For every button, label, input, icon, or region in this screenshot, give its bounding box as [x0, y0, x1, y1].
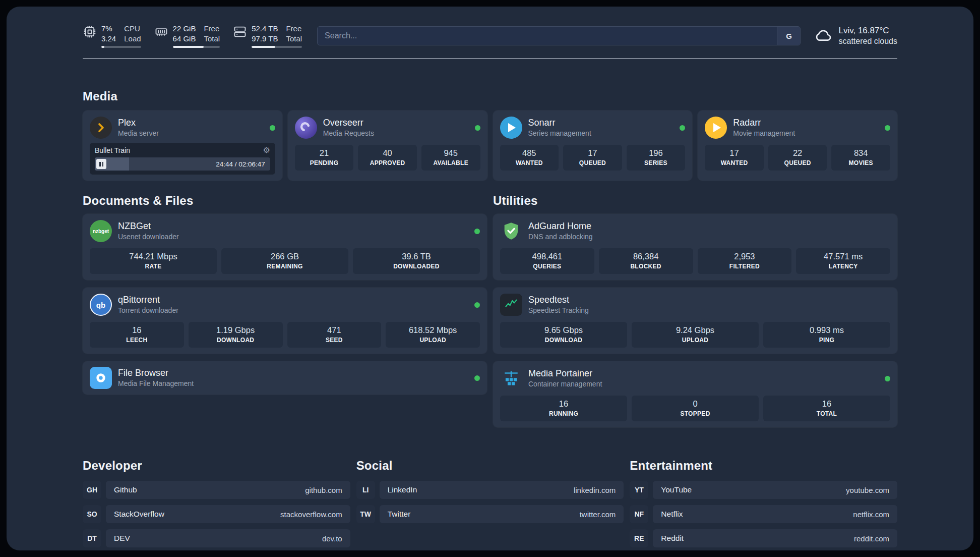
bookmark-github[interactable]: GH Github github.com — [83, 481, 350, 499]
stat-label: QUERIES — [502, 263, 592, 270]
app-subtitle: Container management — [528, 380, 602, 388]
app-subtitle: Usenet downloader — [118, 233, 179, 241]
stat-tile: 86,384 BLOCKED — [599, 248, 693, 274]
ram-free-label: Free — [204, 24, 220, 34]
stat-tile: 618.52 Mbps UPLOAD — [386, 322, 480, 348]
stat-tile: 9.65 Gbps DOWNLOAD — [500, 322, 627, 348]
nzbget-card[interactable]: nzbget NZBGet Usenet downloader 744.21 M… — [83, 214, 487, 280]
speedtest-card[interactable]: Speedtest Speedtest Tracking 9.65 Gbps D… — [493, 288, 897, 354]
app-name: AdGuard Home — [528, 221, 593, 232]
app-subtitle: Media Requests — [323, 129, 374, 138]
stat-label: LATENCY — [798, 263, 888, 270]
bookmark-twitter[interactable]: TW Twitter twitter.com — [356, 505, 624, 523]
pause-button[interactable] — [96, 159, 106, 169]
stat-label: PING — [765, 337, 888, 344]
radarr-card[interactable]: Radarr Movie management 17 WANTED 22 QUE… — [698, 110, 897, 181]
stat-value: 9.65 Gbps — [502, 325, 625, 335]
playback-progress-bar[interactable]: 24:44 / 02:06:47 — [95, 157, 270, 171]
filebrowser-icon — [90, 367, 112, 389]
adguard-card[interactable]: AdGuard Home DNS and adblocking 498,461 … — [493, 214, 897, 280]
ram-total-value: 64 GiB — [173, 34, 196, 44]
bookmark-abbr: RE — [630, 529, 648, 547]
stat-label: QUEUED — [565, 159, 620, 166]
bookmark-linkedin[interactable]: LI LinkedIn linkedin.com — [356, 481, 624, 499]
developer-bookmarks: Developer GH Github github.com SO StackO… — [83, 459, 350, 547]
overseerr-card[interactable]: Overseerr Media Requests 21 PENDING 40 A… — [288, 110, 487, 181]
plex-card[interactable]: Plex Media server Bullet Train ⚙ 24:44 /… — [83, 110, 282, 181]
stat-value: 498,461 — [502, 252, 592, 261]
bookmark-abbr: DT — [83, 529, 101, 547]
portainer-card[interactable]: Media Portainer Container management 16 … — [493, 361, 897, 427]
bookmark-url: reddit.com — [854, 534, 889, 543]
bookmark-abbr: GH — [83, 481, 101, 499]
stat-value: 17 — [565, 148, 620, 158]
social-section-heading: Social — [356, 459, 624, 473]
app-subtitle: Movie management — [733, 129, 795, 138]
documents-section-heading: Documents & Files — [83, 194, 487, 208]
stat-tile: 21 PENDING — [295, 145, 354, 171]
bookmark-name: YouTube — [661, 485, 692, 494]
weather-widget: Lviv, 16.87°C scattered clouds — [814, 25, 897, 47]
stat-tile: 0 STOPPED — [632, 396, 759, 421]
bookmark-name: Reddit — [661, 534, 684, 543]
utilities-section-heading: Utilities — [493, 194, 897, 208]
stat-label: DOWNLOAD — [191, 337, 281, 344]
app-name: qBittorrent — [118, 295, 178, 306]
bookmark-reddit[interactable]: RE Reddit reddit.com — [630, 529, 897, 547]
stat-tile: 744.21 Mbps RATE — [90, 248, 217, 274]
stat-value: 0 — [634, 399, 757, 409]
stat-label: RUNNING — [502, 410, 625, 417]
stat-tile: 266 GB REMAINING — [221, 248, 348, 274]
stat-label: PENDING — [297, 159, 352, 166]
bookmark-dev[interactable]: DT DEV dev.to — [83, 529, 350, 547]
status-dot — [474, 375, 480, 381]
stat-label: BLOCKED — [601, 263, 691, 270]
bookmark-abbr: LI — [356, 481, 375, 499]
google-search-button[interactable]: G — [777, 27, 800, 45]
app-subtitle: Media File Management — [118, 379, 194, 388]
documents-column: Documents & Files nzbget NZBGet Usenet d… — [83, 194, 487, 395]
stat-value: 266 GB — [223, 252, 346, 261]
cpu-widget: 7% 3.24 CPU Load — [83, 24, 141, 48]
status-dot — [885, 125, 890, 131]
stat-value: 834 — [833, 148, 888, 158]
stat-value: 39.6 TB — [355, 252, 478, 261]
ram-icon — [154, 25, 168, 39]
sonarr-card[interactable]: Sonarr Series management 485 WANTED 17 Q… — [493, 110, 693, 181]
bookmark-netflix[interactable]: NF Netflix netflix.com — [630, 505, 897, 523]
app-name: NZBGet — [118, 221, 179, 232]
search-input[interactable] — [318, 27, 777, 45]
stat-tile: 39.6 TB DOWNLOADED — [353, 248, 480, 274]
stat-tile: 16 TOTAL — [763, 396, 890, 421]
ram-progress-bar — [173, 46, 220, 48]
stat-tile: 40 APPROVED — [358, 145, 417, 171]
nzbget-icon: nzbget — [90, 220, 112, 242]
cpu-load-average: 3.24 — [101, 34, 116, 44]
bookmark-youtube[interactable]: YT YouTube youtube.com — [630, 481, 897, 499]
bookmark-name: DEV — [114, 534, 130, 543]
gear-icon[interactable]: ⚙ — [263, 146, 270, 154]
stat-label: APPROVED — [360, 159, 415, 166]
stat-value: 744.21 Mbps — [92, 252, 215, 261]
search-bar: G — [317, 26, 801, 45]
filebrowser-card[interactable]: File Browser Media File Management — [83, 361, 487, 395]
weather-condition: scattered clouds — [838, 36, 897, 47]
disk-icon — [233, 25, 247, 39]
app-subtitle: Series management — [528, 129, 591, 138]
stat-label: SERIES — [629, 159, 684, 166]
cpu-label: CPU — [124, 24, 141, 34]
stat-label: REMAINING — [223, 263, 346, 270]
playback-time: 24:44 / 02:06:47 — [216, 160, 270, 168]
qbittorrent-card[interactable]: qb qBittorrent Torrent downloader 16 LEE… — [83, 288, 487, 354]
app-subtitle: Torrent downloader — [118, 306, 178, 315]
qbittorrent-icon: qb — [90, 294, 112, 316]
stat-label: LEECH — [92, 337, 182, 344]
stat-tile: 485 WANTED — [500, 145, 559, 171]
cpu-percent: 7% — [101, 24, 116, 34]
bookmark-url: youtube.com — [846, 486, 889, 494]
stat-tile: 471 SEED — [287, 322, 382, 348]
bookmark-abbr: TW — [356, 505, 375, 523]
bookmark-url: stackoverflow.com — [280, 510, 342, 519]
bookmark-stackoverflow[interactable]: SO StackOverflow stackoverflow.com — [83, 505, 350, 523]
stat-label: DOWNLOADED — [355, 263, 478, 270]
